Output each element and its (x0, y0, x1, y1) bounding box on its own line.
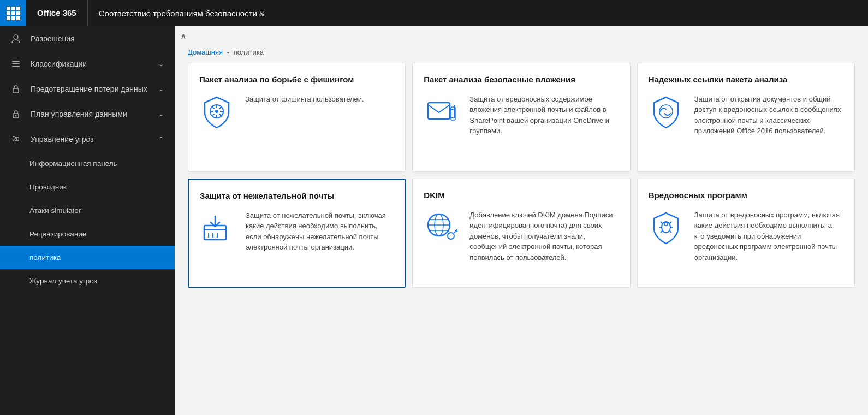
svg-point-45 (664, 222, 668, 226)
card-body-anti-spam: Защита от нежелательной почты, включая к… (200, 210, 394, 276)
svg-line-39 (661, 222, 663, 224)
card-body-safe-links: Защита от открытия документов и общий до… (649, 94, 843, 161)
lock-icon (11, 84, 23, 94)
card-icon-spam-inbox (200, 210, 238, 245)
svg-rect-2 (12, 63, 20, 64)
card-desc-anti-phishing: Защита от фишинга пользователей. (245, 94, 364, 105)
svg-line-17 (212, 114, 215, 116)
svg-point-0 (14, 35, 18, 39)
cards-grid: Пакет анализа по борьбе с фишингом Защит… (175, 63, 868, 301)
sidebar-item-data-gov[interactable]: План управления данными ⌄ (0, 102, 175, 127)
breadcrumb-home[interactable]: Домашняя (188, 48, 223, 56)
chevron-down-icon-2: ⌄ (158, 85, 164, 93)
waffle-icon (7, 7, 20, 20)
content-area: ∧ Домашняя - политика Пакет анализа по б… (175, 26, 868, 415)
sidebar-label-dashboard: Информационная панель (29, 159, 117, 168)
sidebar-item-permissions[interactable]: Разрешения (0, 26, 175, 51)
sidebar: Разрешения Классификации ⌄ Предотвращени… (0, 26, 175, 415)
biohazard-icon (11, 134, 23, 144)
svg-line-44 (669, 230, 671, 233)
app-name: Office 365 (26, 0, 88, 26)
page-title: Соответствие требованиям безопасности & (88, 9, 276, 18)
card-icon-shield-wheel (199, 94, 237, 129)
sidebar-label-classifications: Классификации (31, 60, 87, 68)
svg-point-9 (215, 110, 218, 113)
sidebar-item-classifications[interactable]: Классификации ⌄ (0, 51, 175, 76)
lock2-icon (11, 109, 23, 119)
card-title-safe-attachments: Пакет анализа безопасные вложения (424, 74, 619, 85)
svg-rect-18 (428, 103, 450, 119)
breadcrumb: Домашняя - политика (175, 46, 868, 63)
svg-line-15 (219, 114, 222, 116)
card-icon-globe-key (424, 210, 462, 245)
card-desc-safe-attachments: Защита от вредоносных содержимое вложени… (469, 94, 619, 137)
svg-line-43 (661, 230, 663, 233)
card-title-dkim: DKIM (424, 190, 619, 201)
card-desc-safe-links: Защита от открытия документов и общий до… (694, 94, 843, 137)
card-title-malware: Вредоносных программ (649, 190, 843, 201)
card-safe-attachments[interactable]: Пакет анализа безопасные вложения Защита… (412, 63, 630, 172)
sidebar-item-threat-log[interactable]: Журнал учета угроз (0, 269, 175, 293)
card-dkim[interactable]: DKIM Добавление ключей DKIM домена Подпи… (412, 179, 630, 288)
waffle-button[interactable] (0, 0, 26, 26)
card-body-dkim: Добавление ключей DKIM домена Подписи ид… (424, 210, 619, 277)
chevron-down-icon: ⌄ (158, 60, 164, 68)
card-desc-anti-spam: Защита от нежелательной почты, включая к… (246, 210, 394, 253)
card-title-anti-spam: Защита от нежелательной почты (200, 191, 394, 201)
breadcrumb-current: политика (234, 48, 264, 56)
svg-line-40 (669, 222, 671, 224)
sidebar-label-policy: политика (29, 253, 61, 262)
card-desc-dkim: Добавление ключей DKIM домена Подписи ид… (469, 210, 619, 263)
chevron-up-icon: ⌃ (158, 135, 164, 143)
sidebar-item-review[interactable]: Рецензирование (0, 222, 175, 246)
scroll-indicator: ∧ (175, 26, 868, 46)
svg-point-23 (659, 105, 673, 118)
main-layout: Разрешения Классификации ⌄ Предотвращени… (0, 26, 868, 415)
card-title-anti-phishing: Пакет анализа по борьбе с фишингом (199, 74, 394, 85)
sidebar-label-threat-log: Журнал учета угроз (29, 277, 97, 285)
sidebar-item-policy[interactable]: политика (0, 246, 175, 269)
card-malware[interactable]: Вредоносных программ Защита от вредоносн… (637, 179, 855, 288)
sidebar-label-threat-mgmt: Управление угроз (31, 135, 94, 144)
sidebar-label-attack-sim: Атаки simulator (29, 206, 81, 215)
sidebar-label-explorer: Проводник (29, 183, 67, 191)
svg-rect-3 (12, 66, 20, 67)
sidebar-item-explorer[interactable]: Проводник (0, 175, 175, 199)
topbar: Office 365 Соответствие требованиям безо… (0, 0, 868, 26)
list-icon (11, 59, 23, 69)
svg-rect-1 (12, 61, 20, 62)
sidebar-label-dlp: Предотвращение потери данных (31, 85, 147, 93)
svg-point-6 (15, 115, 17, 117)
sidebar-label-data-gov: План управления данными (31, 110, 127, 118)
card-body-malware: Защита от вредоносных программ, включая … (649, 210, 843, 277)
svg-rect-4 (13, 88, 19, 93)
sidebar-item-dlp[interactable]: Предотвращение потери данных ⌄ (0, 76, 175, 102)
breadcrumb-sep: - (227, 48, 229, 56)
card-icon-shield-bug (649, 210, 687, 245)
chevron-down-icon-3: ⌄ (158, 110, 164, 118)
sidebar-item-threat-mgmt[interactable]: Управление угроз ⌃ (0, 127, 175, 152)
card-desc-malware: Защита от вредоносных программ, включая … (694, 210, 843, 263)
sidebar-label-permissions: Разрешения (31, 34, 75, 43)
card-anti-spam[interactable]: Защита от нежелательной почты Защита от … (188, 179, 406, 288)
svg-rect-24 (204, 226, 226, 240)
person-icon (11, 34, 23, 44)
card-title-safe-links: Надежных ссылки пакета анализа (649, 74, 843, 85)
svg-line-14 (212, 106, 215, 109)
svg-point-7 (15, 138, 17, 140)
card-anti-phishing[interactable]: Пакет анализа по борьбе с фишингом Защит… (188, 63, 406, 172)
sidebar-label-review: Рецензирование (29, 230, 86, 238)
svg-point-38 (662, 222, 670, 233)
svg-point-34 (448, 233, 454, 239)
sidebar-item-dashboard[interactable]: Информационная панель (0, 152, 175, 175)
sidebar-item-attack-sim[interactable]: Атаки simulator (0, 199, 175, 222)
card-icon-shield-link (649, 94, 687, 129)
svg-line-16 (219, 106, 222, 109)
card-icon-envelope-attachment (424, 94, 462, 129)
card-safe-links[interactable]: Надежных ссылки пакета анализа Защита от… (637, 63, 855, 172)
card-body-anti-phishing: Защита от фишинга пользователей. (199, 94, 394, 161)
card-body-safe-attachments: Защита от вредоносных содержимое вложени… (424, 94, 619, 161)
